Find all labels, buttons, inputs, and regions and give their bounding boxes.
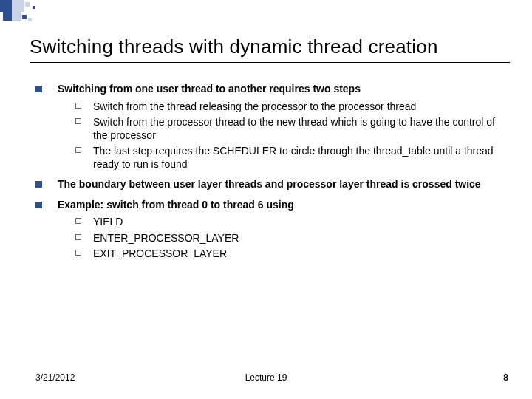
deco-square-icon bbox=[3, 12, 12, 21]
footer-center: Lecture 19 bbox=[0, 372, 532, 383]
footer-page-number: 8 bbox=[503, 372, 508, 383]
bullet-text: Switching from one user thread to anothe… bbox=[58, 83, 361, 95]
slide-title: Switching threads with dynamic thread cr… bbox=[30, 35, 510, 58]
slide-body: Switching from one user thread to anothe… bbox=[35, 83, 508, 268]
header-decoration bbox=[0, 0, 74, 30]
deco-square-icon bbox=[28, 18, 32, 21]
sub-bullet-item: Switch from the processor thread to the … bbox=[75, 116, 508, 142]
sub-bullet-item: Switch from the thread releasing the pro… bbox=[75, 100, 508, 114]
slide: Switching threads with dynamic thread cr… bbox=[0, 0, 532, 399]
title-underline bbox=[30, 62, 510, 63]
bullet-item: Switching from one user thread to anothe… bbox=[35, 83, 508, 171]
sub-bullet-item: EXIT_PROCESSOR_LAYER bbox=[75, 248, 508, 261]
sub-bullet-item: The last step requires the SCHEDULER to … bbox=[75, 145, 508, 171]
sub-bullet-item: YIELD bbox=[75, 216, 508, 229]
deco-square-icon bbox=[33, 6, 35, 9]
bullet-text: Example: switch from thread 0 to thread … bbox=[58, 199, 294, 211]
sub-bullet-item: ENTER_PROCESSOR_LAYER bbox=[75, 232, 508, 245]
deco-square-icon bbox=[12, 0, 24, 12]
deco-square-icon bbox=[12, 12, 21, 21]
bullet-text: The boundary between user layer threads … bbox=[58, 178, 481, 190]
deco-square-icon bbox=[0, 0, 12, 12]
deco-square-icon bbox=[22, 15, 27, 19]
bullet-item: Example: switch from thread 0 to thread … bbox=[35, 199, 508, 261]
deco-square-icon bbox=[25, 2, 30, 7]
bullet-item: The boundary between user layer threads … bbox=[35, 178, 508, 191]
